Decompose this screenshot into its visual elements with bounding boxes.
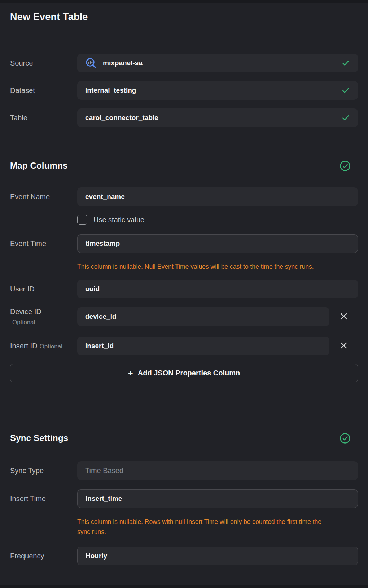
insert-time-select[interactable]: insert_time <box>77 489 358 508</box>
source-label: Source <box>10 59 77 67</box>
field-row-table: Table carol_connector_table <box>10 108 358 127</box>
dataset-select[interactable]: internal_testing <box>77 81 358 100</box>
field-row-dataset: Dataset internal_testing <box>10 81 358 100</box>
plus-icon: + <box>128 369 133 378</box>
use-static-value-row: Use static value <box>77 215 358 225</box>
top-edge-shadow <box>0 0 368 3</box>
event-time-label: Event Time <box>10 240 77 248</box>
device-id-value: device_id <box>85 313 117 321</box>
use-static-value-label: Use static value <box>93 216 144 224</box>
circle-check-icon <box>339 160 351 172</box>
event-time-nullable-warning: This column is nullable. Null Event Time… <box>77 262 330 272</box>
insert-id-select[interactable]: insert_id <box>77 337 329 355</box>
field-row-frequency: Frequency Hourly <box>10 547 358 565</box>
field-row-user-id: User ID uuid <box>10 280 358 298</box>
event-name-label: Event Name <box>10 193 77 201</box>
close-icon <box>339 312 349 322</box>
table-select[interactable]: carol_connector_table <box>77 108 358 127</box>
remove-device-id-button[interactable] <box>329 307 358 326</box>
valid-check-icon <box>341 86 350 95</box>
insert-time-value: insert_time <box>86 495 122 503</box>
add-json-properties-button[interactable]: + Add JSON Properties Column <box>10 364 358 382</box>
bottom-edge-shadow <box>0 585 368 588</box>
event-time-select[interactable]: timestamp <box>77 234 358 253</box>
valid-check-icon <box>341 59 350 67</box>
sync-settings-section: Sync Settings Sync Type Time Based Inser… <box>10 432 358 565</box>
user-id-select[interactable]: uuid <box>77 280 358 298</box>
user-id-value: uuid <box>85 285 100 293</box>
field-row-device-id: Device ID Optional device_id <box>10 307 358 326</box>
page-title: New Event Table <box>10 0 358 23</box>
sync-type-select: Time Based <box>77 461 358 480</box>
field-row-insert-time: Insert Time insert_time <box>10 489 358 508</box>
device-id-select[interactable]: device_id <box>77 307 329 326</box>
insert-id-optional-label: Optional <box>40 343 62 350</box>
source-select[interactable]: mixpanel-sa <box>77 54 358 72</box>
field-row-sync-type: Sync Type Time Based <box>10 461 358 480</box>
insert-id-value: insert_id <box>85 342 114 350</box>
event-name-value: event_name <box>85 193 125 201</box>
user-id-label: User ID <box>10 285 77 293</box>
device-id-label: Device ID Optional <box>10 308 77 326</box>
valid-check-icon <box>341 113 350 122</box>
source-config-section: Source mixpanel-sa Dataset internal_test… <box>10 54 358 127</box>
dataset-label: Dataset <box>10 86 77 95</box>
use-static-value-checkbox[interactable] <box>77 215 87 225</box>
map-columns-heading: Map Columns <box>10 160 68 172</box>
remove-insert-id-button[interactable] <box>329 337 358 355</box>
circle-check-icon <box>339 433 351 444</box>
bigquery-icon <box>85 57 97 69</box>
dataset-value: internal_testing <box>85 86 136 94</box>
sync-settings-heading-row: Sync Settings <box>10 432 358 444</box>
insert-id-label: Insert IDOptional <box>10 342 77 350</box>
frequency-label: Frequency <box>10 552 77 560</box>
table-value: carol_connector_table <box>85 114 158 122</box>
add-json-properties-label: Add JSON Properties Column <box>138 369 240 377</box>
section-divider <box>10 148 358 148</box>
event-time-value: timestamp <box>86 240 120 248</box>
insert-time-label: Insert Time <box>10 495 77 503</box>
field-row-source: Source mixpanel-sa <box>10 54 358 72</box>
new-event-table-form: New Event Table Source mixpanel-sa Datas… <box>0 0 368 565</box>
frequency-value: Hourly <box>86 552 107 560</box>
device-id-optional-label: Optional <box>12 319 74 326</box>
source-value: mixpanel-sa <box>103 59 143 67</box>
sync-settings-heading: Sync Settings <box>10 432 68 444</box>
insert-time-nullable-warning: This column is nullable. Rows with null … <box>77 517 330 537</box>
map-columns-heading-row: Map Columns <box>10 160 358 172</box>
frequency-select[interactable]: Hourly <box>77 547 358 565</box>
map-columns-section: Map Columns Event Name event_name Use st… <box>10 160 358 382</box>
table-label: Table <box>10 114 77 122</box>
field-row-insert-id: Insert IDOptional insert_id <box>10 337 358 355</box>
event-name-select[interactable]: event_name <box>77 187 358 206</box>
sync-type-label: Sync Type <box>10 467 77 475</box>
section-divider <box>10 414 358 414</box>
close-icon <box>339 341 349 351</box>
field-row-event-name: Event Name event_name <box>10 187 358 206</box>
field-row-event-time: Event Time timestamp <box>10 234 358 253</box>
sync-type-value: Time Based <box>85 467 123 475</box>
